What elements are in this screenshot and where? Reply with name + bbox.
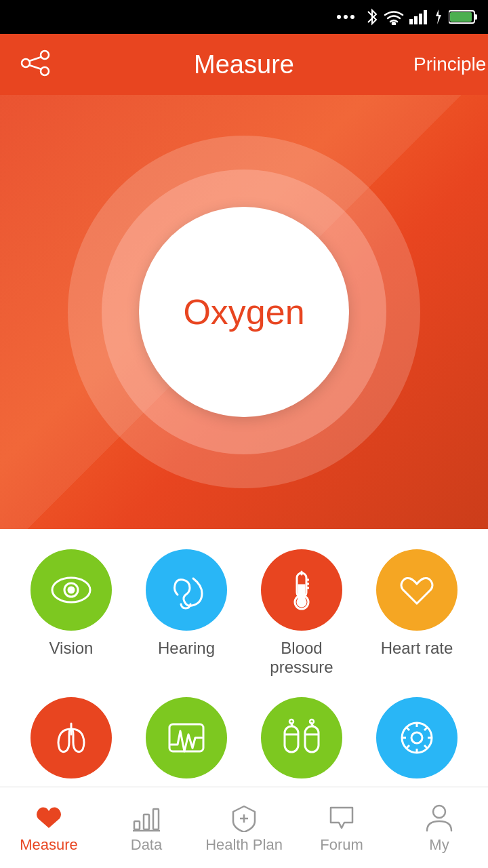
hearing-icon-circle (146, 549, 227, 631)
svg-rect-48 (153, 809, 159, 829)
inner-circle: Oxygen (139, 207, 349, 417)
svg-point-13 (41, 51, 49, 59)
svg-line-43 (424, 745, 427, 748)
svg-point-0 (337, 15, 341, 19)
svg-line-16 (29, 65, 41, 69)
svg-line-15 (29, 57, 41, 61)
svg-rect-47 (144, 814, 149, 829)
hearing-label: Hearing (158, 639, 215, 658)
nav-data-label: Data (131, 836, 162, 854)
svg-rect-11 (450, 12, 472, 22)
nav-health-plan[interactable]: Health Plan (195, 787, 293, 868)
lung-capacity-icon-circle (30, 697, 112, 778)
oxygen-icon-circle (261, 697, 342, 778)
nav-forum[interactable]: Forum (293, 787, 390, 868)
page-title: Measure (75, 50, 413, 79)
main-circle-area[interactable]: Oxygen (0, 95, 488, 529)
status-bar (0, 0, 488, 34)
blood-pressure-icon-circle (261, 549, 342, 631)
nav-data[interactable]: Data (98, 787, 195, 868)
heart-rate-item[interactable]: Heart rate (366, 549, 468, 658)
middle-circle: Oxygen (102, 170, 386, 454)
nav-my[interactable]: My (390, 787, 488, 868)
svg-line-44 (424, 728, 427, 730)
bottom-nav: Measure Data Health Plan Forum My (0, 787, 488, 868)
svg-point-36 (402, 723, 432, 753)
svg-line-45 (407, 745, 409, 748)
svg-rect-46 (134, 821, 140, 829)
svg-rect-32 (305, 726, 319, 752)
svg-rect-5 (414, 16, 418, 24)
principle-button[interactable]: Principle (413, 54, 468, 75)
nav-health-plan-label: Health Plan (205, 836, 283, 854)
svg-rect-31 (289, 719, 293, 724)
svg-point-2 (350, 15, 354, 19)
nav-measure[interactable]: Measure (0, 787, 98, 868)
svg-point-12 (22, 59, 30, 67)
hearing-item[interactable]: Hearing (136, 549, 237, 658)
svg-rect-10 (474, 14, 477, 20)
share-icon[interactable] (20, 50, 50, 77)
icons-row-1: Vision Hearing (0, 542, 488, 690)
psychological-icon-circle (376, 697, 458, 778)
vision-item[interactable]: Vision (20, 549, 122, 658)
blood-pressure-label: Blood pressure (251, 639, 352, 677)
blood-pressure-item[interactable]: Blood pressure (251, 549, 352, 677)
vision-icon-circle (30, 549, 112, 631)
svg-point-37 (411, 732, 422, 743)
app-header: Measure Principle (0, 34, 488, 95)
status-icons (336, 8, 477, 26)
svg-rect-7 (424, 10, 427, 24)
svg-rect-4 (409, 19, 413, 24)
heart-rate-label: Heart rate (381, 639, 453, 658)
svg-line-42 (407, 728, 409, 730)
svg-point-14 (41, 67, 49, 75)
vision-label: Vision (49, 639, 94, 658)
svg-rect-6 (419, 14, 422, 24)
heart-rate-icon-circle (376, 549, 458, 631)
nav-measure-label: Measure (20, 836, 78, 854)
svg-point-52 (433, 806, 445, 818)
respiratory-icon-circle (146, 697, 227, 778)
svg-rect-28 (285, 726, 298, 752)
outer-circle: Oxygen (68, 136, 420, 488)
oxygen-label: Oxygen (183, 292, 304, 332)
svg-rect-35 (310, 719, 314, 724)
svg-point-19 (68, 587, 74, 593)
svg-point-3 (392, 22, 395, 25)
svg-point-1 (344, 15, 348, 19)
svg-marker-8 (436, 9, 441, 24)
header-left (20, 50, 75, 79)
svg-point-23 (298, 598, 306, 606)
nav-forum-label: Forum (320, 836, 363, 854)
nav-my-label: My (429, 836, 449, 854)
